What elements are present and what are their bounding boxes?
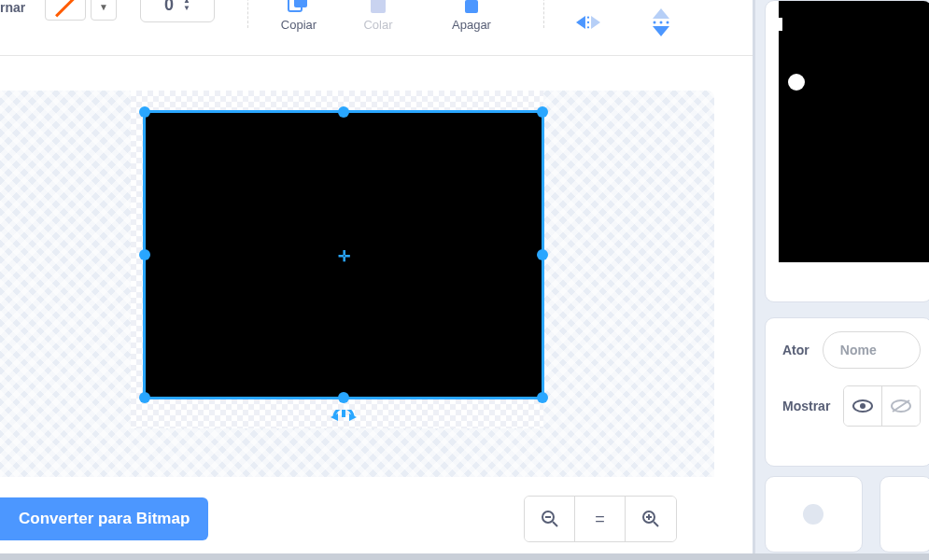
svg-point-10 xyxy=(587,21,589,23)
paste-icon xyxy=(366,0,390,14)
stage-sprite-preview xyxy=(788,74,805,91)
paint-editor-main: rnar ▼ 0 ▲▼ Copiar Colar xyxy=(0,0,753,553)
svg-point-16 xyxy=(667,21,669,24)
actor-label: Ator xyxy=(782,343,809,357)
flip-vertical-button[interactable] xyxy=(633,0,689,32)
svg-point-11 xyxy=(587,26,589,28)
sprite-thumbnail[interactable] xyxy=(765,476,863,553)
paint-toolbar: rnar ▼ 0 ▲▼ Copiar Colar xyxy=(0,0,753,56)
sprite-info-panel: Ator Nome Mostrar xyxy=(765,317,929,467)
zoom-controls: = xyxy=(524,496,677,542)
backpack-bar[interactable] xyxy=(0,553,929,560)
flip-horizontal-icon xyxy=(576,13,600,32)
zoom-in-button[interactable] xyxy=(626,497,676,541)
svg-point-28 xyxy=(860,403,866,409)
delete-button[interactable]: Apagar xyxy=(443,0,500,32)
rotate-handle[interactable] xyxy=(331,410,357,428)
outline-width-input[interactable]: 0 ▲▼ xyxy=(140,0,215,22)
show-button[interactable] xyxy=(844,386,881,426)
paint-canvas-area[interactable]: ✛ xyxy=(0,91,714,477)
svg-marker-12 xyxy=(653,8,669,19)
svg-line-24 xyxy=(654,522,658,526)
canvas-center-icon: ✛ xyxy=(336,249,351,264)
svg-marker-7 xyxy=(576,16,585,29)
flip-vertical-icon xyxy=(649,13,673,32)
outline-color-dropdown[interactable]: ▼ xyxy=(91,0,117,21)
resize-handle-bottom-mid[interactable] xyxy=(338,392,349,403)
svg-point-9 xyxy=(587,17,589,19)
right-rail: Ator Nome Mostrar xyxy=(753,0,929,553)
resize-handle-mid-left[interactable] xyxy=(139,249,150,260)
stage-thumbnail[interactable] xyxy=(880,476,929,553)
resize-handle-mid-right[interactable] xyxy=(537,249,548,260)
sprite-name-input[interactable]: Nome xyxy=(823,331,921,369)
zoom-out-button[interactable] xyxy=(525,497,575,541)
resize-handle-top-right[interactable] xyxy=(537,106,548,118)
stage-tick xyxy=(779,18,782,31)
copy-button[interactable]: Copiar xyxy=(271,0,327,32)
toolbar-separator xyxy=(247,0,248,28)
copy-icon xyxy=(287,0,311,14)
svg-point-15 xyxy=(660,21,663,24)
paste-button[interactable]: Colar xyxy=(350,0,406,32)
stack-label: rnar xyxy=(0,0,25,15)
visibility-toggle xyxy=(843,385,921,427)
svg-line-21 xyxy=(553,522,557,526)
resize-handle-top-left[interactable] xyxy=(139,106,150,118)
delete-label: Apagar xyxy=(452,18,491,32)
outline-width-value: 0 xyxy=(164,0,174,15)
sprite-name-placeholder: Nome xyxy=(840,343,877,357)
paste-label: Colar xyxy=(363,18,392,32)
sprite-thumb-icon xyxy=(803,504,823,525)
svg-marker-8 xyxy=(591,16,600,29)
sprite-selector xyxy=(765,476,929,553)
hide-button[interactable] xyxy=(882,386,920,426)
no-color-icon xyxy=(55,0,76,17)
resize-handle-top-mid[interactable] xyxy=(338,106,349,118)
convert-to-bitmap-button[interactable]: Converter para Bitmap xyxy=(0,497,208,540)
svg-rect-1 xyxy=(294,0,307,7)
trash-icon xyxy=(459,0,484,14)
stage-preview xyxy=(779,0,929,262)
toolbar-separator xyxy=(543,0,544,28)
outline-width-spinner[interactable]: ▲▼ xyxy=(183,0,190,12)
svg-rect-4 xyxy=(465,0,478,13)
flip-horizontal-button[interactable] xyxy=(560,0,616,32)
svg-point-14 xyxy=(654,21,656,24)
svg-rect-2 xyxy=(371,0,386,13)
copy-label: Copiar xyxy=(281,18,317,32)
svg-rect-19 xyxy=(342,410,345,417)
zoom-reset-button[interactable]: = xyxy=(575,497,626,541)
resize-handle-bottom-left[interactable] xyxy=(139,392,150,403)
show-label: Mostrar xyxy=(782,399,830,413)
outline-color-swatch[interactable] xyxy=(45,0,86,21)
svg-marker-13 xyxy=(653,26,669,36)
paint-bottom-bar: Converter para Bitmap = xyxy=(0,491,714,547)
resize-handle-bottom-right[interactable] xyxy=(537,392,548,403)
stage-panel[interactable] xyxy=(765,0,929,302)
